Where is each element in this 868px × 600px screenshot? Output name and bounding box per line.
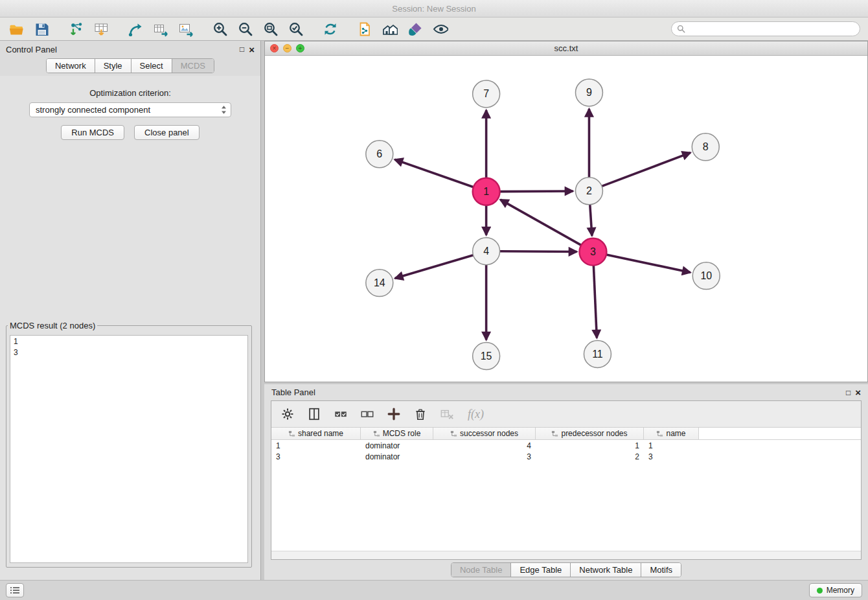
select-all-rows-icon[interactable]	[332, 406, 349, 422]
column-header-name[interactable]: name	[644, 428, 699, 439]
export-table-icon[interactable]	[152, 21, 169, 38]
show-hide-icon[interactable]	[432, 21, 449, 38]
gear-icon[interactable]	[279, 406, 296, 422]
zoom-window-button[interactable]: +	[296, 44, 304, 52]
search-input[interactable]	[689, 24, 854, 34]
table-cell[interactable]: 3	[433, 452, 536, 461]
column-selector-icon[interactable]	[306, 406, 323, 422]
network-canvas[interactable]: 7968124314101511	[265, 56, 867, 382]
table-cell[interactable]: dominator	[361, 441, 433, 450]
tab-motifs[interactable]: Motifs	[641, 563, 681, 577]
save-icon[interactable]	[33, 21, 50, 38]
svg-text:1: 1	[483, 186, 489, 197]
column-type-icon	[373, 430, 380, 437]
mcds-result-item[interactable]: 1	[14, 336, 244, 347]
edge-3-1[interactable]	[500, 200, 581, 245]
edge-1-6[interactable]	[394, 159, 473, 187]
table-horizontal-scrollbar[interactable]	[271, 551, 861, 559]
float-table-panel-icon[interactable]: □	[846, 389, 851, 397]
import-network-icon[interactable]	[67, 21, 84, 38]
window-titlebar: Session: New Session	[0, 0, 868, 17]
criterion-dropdown[interactable]: strongly connected component	[29, 102, 231, 117]
table-cell[interactable]: 4	[433, 441, 536, 450]
column-header-successor-nodes[interactable]: successor nodes	[433, 428, 536, 439]
network-share-icon[interactable]	[127, 21, 144, 38]
node-11[interactable]: 11	[584, 340, 611, 367]
import-table-icon[interactable]	[93, 21, 109, 38]
node-14[interactable]: 14	[366, 269, 393, 296]
node-2[interactable]: 2	[575, 177, 602, 204]
export-image-icon[interactable]	[177, 21, 194, 38]
minimize-window-button[interactable]: −	[283, 44, 291, 52]
edge-3-11[interactable]	[593, 265, 597, 338]
tab-node-table[interactable]: Node Table	[451, 563, 512, 577]
column-header-shared-name[interactable]: shared name	[271, 428, 361, 439]
open-folder-icon[interactable]	[8, 21, 25, 38]
first-neighbors-icon[interactable]	[356, 21, 373, 38]
mcds-result-list[interactable]: 13	[10, 335, 248, 563]
memory-label: Memory	[827, 586, 854, 595]
mcds-result-item[interactable]: 3	[14, 347, 244, 358]
zoom-selected-icon[interactable]	[288, 21, 304, 38]
home-icon[interactable]	[382, 21, 398, 38]
node-1[interactable]: 1	[473, 178, 500, 205]
network-graph[interactable]: 7968124314101511	[265, 56, 867, 382]
close-panel-button[interactable]: Close panel	[134, 125, 200, 140]
edge-4-14[interactable]	[395, 255, 474, 278]
node-9[interactable]: 9	[575, 79, 602, 106]
node-15[interactable]: 15	[473, 342, 500, 369]
node-3[interactable]: 3	[579, 238, 606, 265]
table-row[interactable]: 3dominator323	[271, 451, 861, 462]
table-cell[interactable]: 2	[536, 452, 644, 461]
node-10[interactable]: 10	[692, 262, 720, 289]
deselect-all-rows-icon[interactable]	[359, 406, 376, 422]
node-8[interactable]: 8	[692, 133, 719, 160]
table-cell[interactable]: dominator	[361, 452, 433, 461]
node-4[interactable]: 4	[473, 237, 500, 264]
table-header-row: shared nameMCDS rolesuccessor nodesprede…	[271, 428, 861, 440]
table-cell[interactable]: 1	[644, 441, 699, 450]
refresh-icon[interactable]	[322, 21, 339, 38]
node-6[interactable]: 6	[366, 140, 393, 167]
float-panel-icon[interactable]: □	[240, 45, 244, 53]
memory-button[interactable]: Memory	[809, 583, 862, 597]
toolbar-group	[127, 21, 194, 38]
column-header-predecessor-nodes[interactable]: predecessor nodes	[536, 428, 644, 439]
tab-network-table[interactable]: Network Table	[571, 563, 641, 577]
edge-3-10[interactable]	[606, 255, 691, 272]
run-mcds-button[interactable]: Run MCDS	[61, 125, 124, 140]
tab-edge-table[interactable]: Edge Table	[511, 563, 571, 577]
delete-row-icon[interactable]	[412, 406, 429, 422]
close-window-button[interactable]: ×	[270, 44, 279, 52]
tab-mcds[interactable]: MCDS	[172, 59, 214, 73]
column-type-icon	[551, 430, 558, 437]
table-row[interactable]: 1dominator411	[271, 440, 861, 451]
right-column: ×−+ scc.txt 7968124314101511 Table Panel…	[261, 41, 868, 580]
tab-select[interactable]: Select	[131, 59, 172, 73]
tab-network[interactable]: Network	[47, 59, 95, 73]
node-7[interactable]: 7	[473, 80, 500, 108]
close-panel-icon[interactable]: ×	[249, 45, 255, 54]
close-table-panel-icon[interactable]: ×	[855, 387, 861, 397]
table-cell[interactable]: 1	[271, 441, 361, 450]
table-cell[interactable]: 1	[536, 441, 644, 450]
table-cell[interactable]: 3	[271, 452, 361, 461]
control-panel: Control Panel □ × NetworkStyleSelectMCDS…	[0, 41, 261, 580]
style-brush-icon[interactable]	[407, 21, 424, 38]
console-button[interactable]	[6, 583, 24, 597]
zoom-out-icon[interactable]	[237, 21, 254, 38]
column-header-mcds-role[interactable]: MCDS role	[361, 428, 433, 439]
add-row-icon[interactable]	[385, 406, 402, 422]
zoom-in-icon[interactable]	[212, 21, 229, 38]
delete-table-icon[interactable]	[439, 406, 455, 422]
search-box[interactable]	[671, 21, 860, 36]
function-builder-icon[interactable]: f(x)	[468, 408, 484, 421]
table-panel-header: Table Panel □ ×	[264, 384, 868, 400]
edge-2-3[interactable]	[590, 204, 592, 235]
edge-2-8[interactable]	[602, 152, 691, 186]
table-cell[interactable]: 3	[644, 452, 699, 461]
zoom-fit-icon[interactable]	[262, 21, 279, 38]
edge-4-3[interactable]	[500, 251, 577, 251]
tab-style[interactable]: Style	[95, 59, 131, 73]
edge-1-2[interactable]	[500, 191, 573, 192]
